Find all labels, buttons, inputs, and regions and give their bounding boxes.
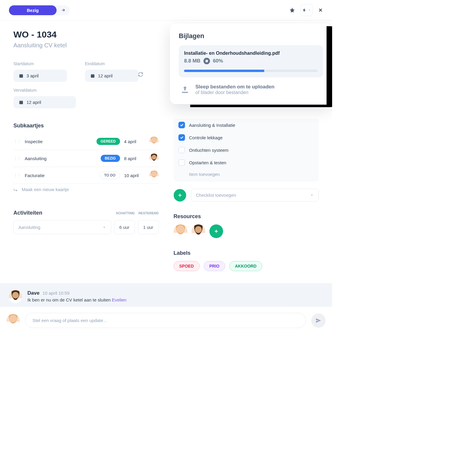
add-resource-button[interactable] <box>209 224 223 238</box>
close-icon[interactable] <box>318 7 323 13</box>
checklist-item-label: Controle lekkage <box>189 135 223 140</box>
checklist-item[interactable]: Aansluiting & Installatie <box>178 119 314 131</box>
due-date-input[interactable]: 12 april <box>13 96 76 108</box>
status-badge: BEZIG <box>101 155 120 162</box>
labels-title: Labels <box>174 250 319 256</box>
new-card-label: Maak een nieuw kaartje <box>22 187 69 192</box>
subcard-row[interactable]: ⋮⋮ Inspectie GEREED 4 april <box>13 133 159 150</box>
col-estimate: SCHATTING <box>116 211 135 215</box>
checklist-item[interactable]: Controle lekkage <box>178 131 314 144</box>
checklist-select-placeholder: Checklist toevoegen <box>196 193 236 198</box>
comment-timestamp: 10 april 10:59 <box>43 290 70 296</box>
checklist-item[interactable]: Ontluchten systeem <box>178 144 314 156</box>
remaining-value[interactable]: 1 uur <box>138 220 159 234</box>
end-date-input[interactable]: 12 april <box>85 70 139 82</box>
checklist-item-label: Ontluchten systeem <box>189 148 229 153</box>
comment-text: Ik ben er nu om de CV ketel aan te sluit… <box>27 297 112 302</box>
avatar[interactable] <box>149 137 159 146</box>
subcards-title: Subkaartjes <box>13 123 159 129</box>
attachments-title: Bijlagen <box>179 32 323 40</box>
checklist-template-select[interactable]: Checklist toevoegen <box>191 189 319 201</box>
send-button[interactable] <box>311 313 326 328</box>
actions-menu-button[interactable] <box>301 4 312 16</box>
dropzone-subtitle: of blader door bestanden <box>195 90 274 95</box>
checkbox[interactable] <box>178 134 185 141</box>
drag-handle-icon[interactable]: ⋮⋮ <box>13 156 21 161</box>
due-date-label: Vervaldatum <box>13 88 76 93</box>
header: Bezig <box>0 0 332 21</box>
resource-avatar[interactable] <box>174 224 187 238</box>
subcard-row[interactable]: ⋮⋮ Facturatie TO DO 10 april <box>13 167 159 184</box>
mention[interactable]: Evelien <box>112 297 127 302</box>
end-date-label: Einddatum <box>85 61 139 66</box>
svg-rect-5 <box>92 74 92 75</box>
subcard-date: 8 april <box>124 156 145 161</box>
comment-author: Dave <box>27 290 40 296</box>
label-pill[interactable]: AKKOORD <box>229 261 262 271</box>
file-name: Installatie- en Onderhoudshandleiding.pd… <box>184 51 318 56</box>
attachments-panel: Bijlagen Installatie- en Onderhoudshandl… <box>170 23 332 104</box>
star-icon[interactable] <box>289 7 295 13</box>
current-user-avatar[interactable] <box>7 314 20 327</box>
svg-rect-2 <box>20 74 21 75</box>
file-size: 8.8 MB <box>184 58 200 64</box>
stop-upload-icon[interactable] <box>203 58 210 64</box>
new-subcard-button[interactable]: Maak een nieuw kaartje <box>13 187 159 192</box>
subcard-name: Facturatie <box>25 173 96 178</box>
calendar-icon <box>19 74 24 78</box>
checkbox[interactable] <box>178 159 185 166</box>
upload-progress-pct: 60% <box>213 58 223 64</box>
refresh-icon <box>138 72 143 77</box>
plus-icon <box>214 229 219 234</box>
resource-avatar[interactable] <box>192 224 205 238</box>
page-subtitle: Aansluiting CV ketel <box>13 42 159 49</box>
status-pill[interactable]: Bezig <box>9 5 57 15</box>
subcard-name: Aansluiting <box>25 156 97 161</box>
subcard-name: Inspectie <box>25 139 92 144</box>
compose-placeholder: Stel een vraag of plaats een update... <box>32 318 107 323</box>
upload-icon <box>181 85 189 94</box>
dropzone[interactable]: Sleep bestanden om te uploaden of blader… <box>179 84 323 95</box>
arrow-right-icon <box>61 8 66 13</box>
send-icon <box>315 317 322 324</box>
end-date-value: 12 april <box>98 73 113 78</box>
label-pill[interactable]: PRIO <box>204 261 225 271</box>
checklist-item[interactable]: Opstarten & testen <box>178 156 314 169</box>
svg-rect-1 <box>19 74 23 75</box>
subcard-row[interactable]: ⋮⋮ Aansluiting BEZIG 8 april <box>13 150 159 167</box>
comments-section: Dave 10 april 10:59 Ik ben er nu om de C… <box>0 283 332 307</box>
chevron-down-icon <box>102 226 106 229</box>
dropzone-title: Sleep bestanden om te uploaden <box>195 84 274 90</box>
drag-handle-icon[interactable]: ⋮⋮ <box>13 173 21 178</box>
bolt-icon <box>302 8 307 13</box>
header-actions <box>289 4 323 16</box>
status-pill-wrap[interactable]: Bezig <box>9 5 70 15</box>
estimate-value[interactable]: 6 uur <box>114 220 135 234</box>
progress-fill <box>184 70 264 72</box>
recurrence-button[interactable] <box>138 72 143 78</box>
add-checklist-button[interactable] <box>174 189 186 201</box>
activity-select[interactable]: Aansluiting <box>13 220 111 234</box>
comment-avatar[interactable] <box>9 290 22 303</box>
drag-handle-icon[interactable]: ⋮⋮ <box>13 139 21 144</box>
start-date-label: Startdatum <box>13 61 67 66</box>
comment: Dave 10 april 10:59 Ik ben er nu om de C… <box>9 290 323 303</box>
avatar[interactable] <box>149 154 159 163</box>
checklist: Aansluiting & Installatie Controle lekka… <box>174 119 319 182</box>
avatar[interactable] <box>149 171 159 180</box>
start-date-input[interactable]: 3 april <box>13 70 67 82</box>
svg-rect-9 <box>22 100 22 101</box>
svg-rect-3 <box>22 74 22 75</box>
return-arrow-icon <box>13 187 18 192</box>
chevron-down-icon <box>310 193 314 197</box>
svg-rect-6 <box>93 74 94 75</box>
attachment-file[interactable]: Installatie- en Onderhoudshandleiding.pd… <box>179 45 323 77</box>
label-pill[interactable]: SPOED <box>174 261 200 271</box>
compose-input[interactable]: Stel een vraag of plaats een update... <box>25 313 306 328</box>
checkbox[interactable] <box>178 147 185 153</box>
checkbox[interactable] <box>178 122 185 128</box>
due-date-value: 12 april <box>27 100 41 105</box>
svg-rect-4 <box>91 74 94 78</box>
col-remaining: RESTEREND <box>139 211 159 215</box>
add-checklist-item-button[interactable]: Item toevoegen <box>178 169 314 177</box>
